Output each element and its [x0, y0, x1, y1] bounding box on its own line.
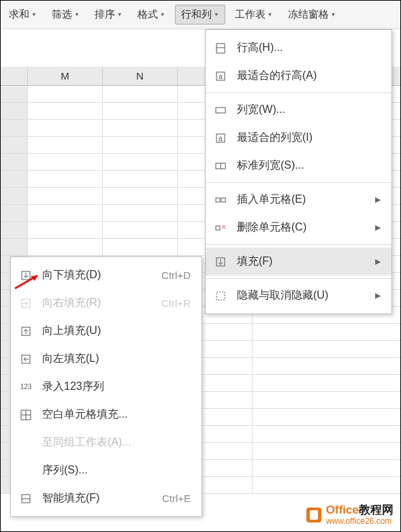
menu-label: 隐藏与取消隐藏(U) — [237, 288, 366, 303]
menu-label: 填充(F) — [237, 254, 366, 269]
svg-rect-15 — [216, 292, 225, 300]
col-header[interactable] — [1, 67, 28, 85]
menu-label: 至同组工作表(A)... — [42, 435, 191, 450]
menu-fill[interactable]: 填充(F) ▶ — [206, 248, 391, 276]
menu-label: 删除单元格(C) — [237, 220, 366, 235]
series-123-icon: 123 — [19, 380, 33, 394]
menu-fill-left[interactable]: 向左填充(L) — [11, 345, 202, 373]
menu-label: 向左填充(L) — [42, 352, 191, 366]
watermark: Office教程网 www.office26.com — [304, 504, 394, 526]
svg-rect-0 — [216, 44, 225, 53]
caret-icon: ▼ — [214, 12, 219, 18]
toolbar-sort[interactable]: 排序▼ — [89, 5, 128, 24]
menu-separator — [206, 93, 391, 93]
menu-label: 标准列宽(S)... — [237, 159, 381, 173]
menu-separator — [206, 278, 391, 279]
menu-label: 最适合的行高(A) — [237, 69, 381, 83]
chevron-right-icon: ▶ — [375, 223, 381, 232]
blank-fill-icon — [19, 408, 33, 422]
blank-icon — [19, 436, 33, 450]
chevron-right-icon: ▶ — [375, 257, 381, 266]
toolbar: 求和▼ 筛选▼ 排序▼ 格式▼ 行和列▼ 工作表▼ 冻结窗格▼ — [1, 1, 400, 29]
auto-width-icon: a — [214, 131, 227, 145]
menu-label: 最适合的列宽(I) — [237, 131, 381, 145]
chevron-right-icon: ▶ — [375, 291, 381, 300]
menu-label: 行高(H)... — [237, 41, 381, 55]
smart-fill-icon — [19, 492, 33, 505]
chevron-right-icon: ▶ — [375, 195, 381, 204]
caret-icon: ▼ — [160, 12, 165, 18]
shortcut-text: Ctrl+D — [161, 269, 191, 281]
office-logo-icon — [304, 505, 323, 525]
fill-icon — [214, 255, 227, 269]
rows-cols-menu: 行高(H)... a 最适合的行高(A) 列宽(W)... a 最适合的列宽(I… — [205, 29, 392, 314]
toolbar-freeze[interactable]: 冻结窗格▼ — [283, 5, 342, 24]
row-height-icon — [214, 41, 227, 55]
menu-auto-col-width[interactable]: a 最适合的列宽(I) — [206, 124, 391, 152]
menu-hide-unhide[interactable]: 隐藏与取消隐藏(U) ▶ — [206, 282, 391, 310]
menu-label: 空白单元格填充... — [42, 408, 191, 422]
svg-rect-4 — [216, 107, 225, 113]
svg-rect-9 — [216, 198, 220, 202]
menu-label: 插入单元格(E) — [237, 193, 366, 207]
menu-fill-right: 向右填充(R) Ctrl+R — [11, 289, 202, 317]
shortcut-text: Ctrl+R — [161, 297, 191, 309]
toolbar-filter[interactable]: 筛选▼ — [46, 5, 85, 24]
menu-insert-cells[interactable]: 插入单元格(E) ▶ — [206, 186, 391, 214]
hide-icon — [214, 289, 227, 303]
insert-cell-icon — [214, 193, 227, 207]
toolbar-format[interactable]: 格式▼ — [132, 5, 171, 24]
menu-auto-row-height[interactable]: a 最适合的行高(A) — [206, 62, 391, 90]
col-header-m[interactable]: M — [28, 67, 103, 85]
toolbar-sum[interactable]: 求和▼ — [3, 5, 42, 24]
caret-icon: ▼ — [31, 12, 37, 18]
menu-label: 向下填充(D) — [42, 268, 152, 282]
col-header-n[interactable]: N — [103, 67, 178, 85]
menu-std-col-width[interactable]: 标准列宽(S)... — [206, 152, 391, 180]
watermark-url: www.office26.com — [326, 517, 394, 526]
fill-down-icon — [19, 269, 33, 282]
menu-row-height[interactable]: 行高(H)... — [206, 34, 391, 62]
svg-text:a: a — [219, 73, 223, 80]
delete-cell-icon — [214, 221, 227, 235]
menu-smart-fill[interactable]: 智能填充(F) Ctrl+E — [11, 484, 202, 512]
caret-icon: ▼ — [117, 12, 123, 18]
menu-label: 向上填充(U) — [42, 324, 191, 338]
svg-rect-26 — [310, 510, 318, 520]
fill-left-icon — [19, 352, 33, 366]
col-width-icon — [214, 103, 227, 117]
caret-icon: ▼ — [331, 12, 336, 18]
std-width-icon — [214, 159, 227, 173]
fill-submenu: 向下填充(D) Ctrl+D 向右填充(R) Ctrl+R 向上填充(U) 向左… — [10, 256, 202, 517]
menu-label: 列宽(W)... — [237, 103, 381, 117]
menu-fill-up[interactable]: 向上填充(U) — [11, 317, 202, 345]
menu-fill-123-series[interactable]: 123 录入123序列 — [11, 373, 202, 401]
svg-rect-11 — [216, 226, 220, 230]
menu-to-group-sheets: 至同组工作表(A)... — [11, 429, 202, 456]
menu-delete-cells[interactable]: 删除单元格(C) ▶ — [206, 214, 391, 242]
menu-col-width[interactable]: 列宽(W)... — [206, 96, 391, 124]
watermark-text-1: Office — [326, 503, 359, 516]
caret-icon: ▼ — [74, 12, 80, 18]
svg-rect-10 — [221, 198, 225, 202]
menu-separator — [206, 182, 391, 183]
menu-separator — [206, 244, 391, 245]
menu-label: 录入123序列 — [42, 380, 191, 394]
shortcut-text: Ctrl+E — [162, 493, 191, 504]
svg-text:a: a — [219, 135, 223, 142]
toolbar-worksheet[interactable]: 工作表▼ — [229, 5, 278, 24]
fill-up-icon — [19, 325, 33, 338]
watermark-text-2: 教程网 — [359, 503, 394, 516]
menu-label: 智能填充(F) — [42, 491, 153, 505]
fill-right-icon — [19, 297, 33, 310]
menu-fill-down[interactable]: 向下填充(D) Ctrl+D — [11, 261, 202, 289]
menu-blank-cell-fill[interactable]: 空白单元格填充... — [11, 401, 202, 429]
menu-label: 序列(S)... — [42, 463, 191, 478]
caret-icon: ▼ — [268, 12, 273, 18]
blank-icon — [19, 464, 33, 478]
auto-height-icon: a — [214, 69, 227, 83]
menu-label: 向右填充(R) — [42, 296, 152, 310]
menu-series[interactable]: 序列(S)... — [11, 456, 202, 484]
toolbar-rows-cols[interactable]: 行和列▼ — [175, 5, 225, 24]
